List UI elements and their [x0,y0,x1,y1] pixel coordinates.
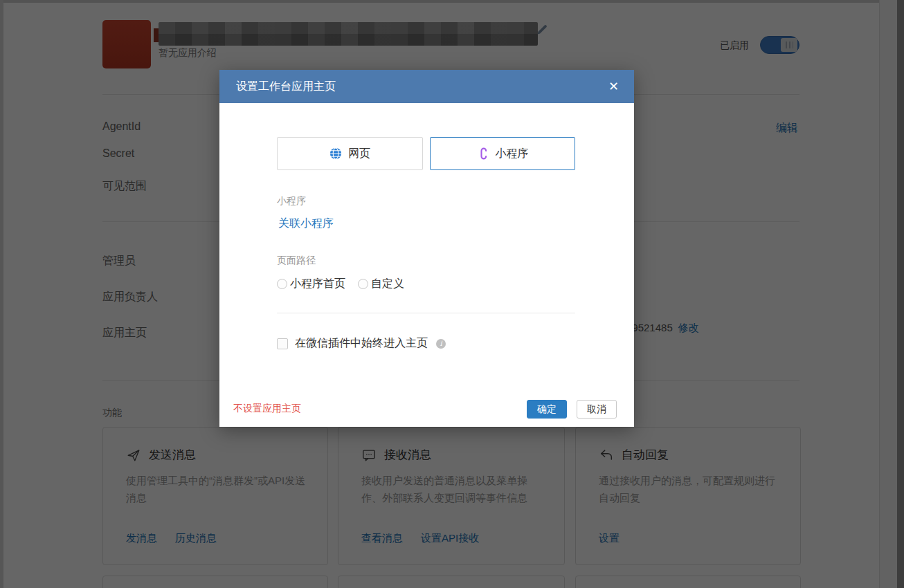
cancel-button[interactable]: 取消 [577,400,617,419]
dialog-header: 设置工作台应用主页 ✕ [219,70,634,103]
radio-label: 自定义 [371,277,404,291]
associate-miniprogram-link[interactable]: 关联小程序 [278,217,334,231]
tab-label: 小程序 [496,147,529,161]
miniprogram-icon [477,147,489,160]
divider [277,313,575,313]
page-path-radio-group: 小程序首页 自定义 [277,277,404,291]
set-homepage-dialog: 设置工作台应用主页 ✕ 网页 小程序 小程序 关联小程序 页面路径 小程序首页 [219,70,634,427]
dialog-title: 设置工作台应用主页 [236,80,608,94]
globe-icon [329,147,342,160]
confirm-button[interactable]: 确定 [527,400,567,419]
info-icon[interactable]: i [436,339,446,349]
close-icon[interactable]: ✕ [608,80,619,93]
page-path-label: 页面路径 [277,255,316,267]
radio-label: 小程序首页 [290,277,345,291]
checkbox-label: 在微信插件中始终进入主页 [295,336,428,351]
miniprogram-field-label: 小程序 [277,195,306,208]
wechat-plugin-checkbox-row: 在微信插件中始终进入主页 i [277,336,446,351]
radio-custom[interactable]: 自定义 [358,277,404,291]
tab-miniprogram-selected[interactable]: 小程序 [430,137,575,170]
radio-miniprogram-home[interactable]: 小程序首页 [277,277,345,291]
no-homepage-link[interactable]: 不设置应用主页 [233,403,301,415]
radio-circle[interactable] [277,279,287,289]
tab-label: 网页 [348,147,370,161]
radio-circle[interactable] [358,279,368,289]
always-enter-homepage-checkbox[interactable] [277,338,288,349]
tab-webpage[interactable]: 网页 [277,137,423,170]
